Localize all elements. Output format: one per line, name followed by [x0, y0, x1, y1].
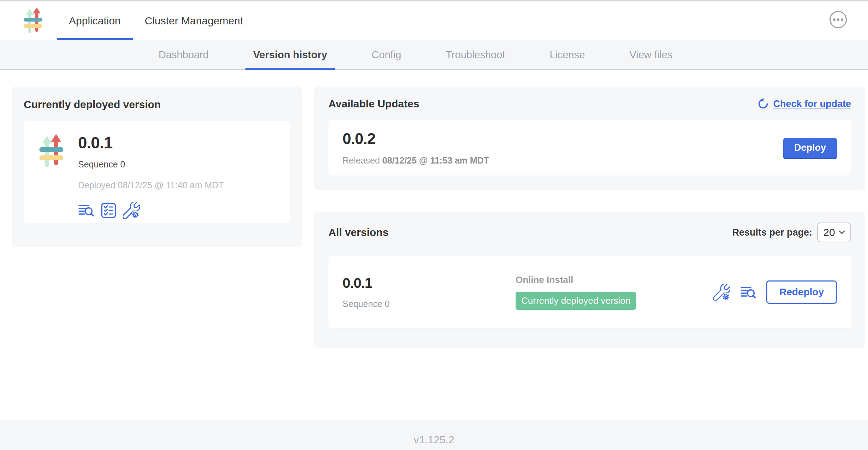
results-per-page-select[interactable]: 20 [817, 223, 851, 242]
tab-application-label: Application [69, 15, 121, 27]
row-sequence: Sequence 0 [343, 299, 516, 309]
tab-cluster-management[interactable]: Cluster Management [133, 1, 255, 40]
app-header: Application Cluster Management [0, 1, 868, 40]
deployed-timestamp: Deployed 08/12/25 @ 11:40 am MDT [78, 180, 224, 190]
app-subnav: Dashboard Version history Config Trouble… [0, 40, 868, 70]
edit-config-button[interactable] [123, 202, 140, 219]
checklist-icon [101, 202, 117, 218]
active-tab-underline [57, 38, 133, 40]
currently-deployed-card: Currently deployed version 0.0.1 Sequenc… [12, 87, 302, 247]
overflow-menu-button[interactable] [830, 11, 847, 28]
subnav-config-label: Config [371, 49, 401, 61]
tab-cluster-management-label: Cluster Management [145, 15, 243, 27]
deploy-button[interactable]: Deploy [783, 138, 837, 158]
subnav-tab-config[interactable]: Config [364, 40, 409, 69]
update-info: 0.0.2 Released 08/12/25 @ 11:53 am MDT [343, 130, 489, 166]
page-footer: v1.125.2 [0, 420, 868, 450]
version-row: 0.0.1 Sequence 0 Online Install Currentl… [328, 256, 851, 328]
wrench-gear-icon [123, 202, 140, 219]
subnav-troubleshoot-label: Troubleshoot [446, 49, 505, 61]
header-tabs: Application Cluster Management [57, 1, 255, 40]
available-updates-card: Available Updates Check for update 0.0.2… [314, 87, 865, 190]
subnav-license-label: License [549, 49, 585, 61]
results-per-page-label: Results per page: [732, 227, 812, 238]
all-versions-title: All versions [328, 226, 388, 238]
log-search-icon [78, 202, 94, 218]
deployed-sequence: Sequence 0 [78, 159, 224, 170]
app-logo-icon [22, 7, 44, 34]
currently-deployed-title: Currently deployed version [24, 99, 290, 111]
subnav-tab-dashboard[interactable]: Dashboard [151, 40, 216, 69]
currently-deployed-badge: Currently deployed version [516, 292, 636, 310]
tab-application[interactable]: Application [57, 1, 133, 40]
wrench-gear-icon [713, 284, 730, 301]
released-prefix: Released [343, 155, 382, 165]
subnav-tab-view-files[interactable]: View files [622, 40, 680, 69]
log-search-icon [740, 284, 756, 300]
deployed-version-number: 0.0.1 [78, 133, 224, 152]
update-released-timestamp: Released 08/12/25 @ 11:53 am MDT [343, 155, 489, 166]
version-row-status: Online Install Currently deployed versio… [516, 274, 636, 310]
install-type-label: Online Install [516, 274, 636, 285]
app-logo [22, 7, 44, 34]
check-for-update-link[interactable]: Check for update [757, 98, 851, 109]
row-version-number: 0.0.1 [343, 275, 516, 291]
subnav-tab-troubleshoot[interactable]: Troubleshoot [438, 40, 513, 69]
available-updates-header: Available Updates Check for update [328, 98, 851, 110]
deployed-version-panel: 0.0.1 Sequence 0 Deployed 08/12/25 @ 11:… [24, 121, 290, 223]
results-per-page-value: 20 [823, 226, 835, 238]
all-versions-card: All versions Results per page: 20 0.0.1 … [314, 212, 865, 348]
refresh-icon [757, 98, 769, 109]
update-version-number: 0.0.2 [343, 130, 489, 148]
app-logo-icon [37, 134, 66, 168]
subnav-tab-license[interactable]: License [542, 40, 593, 69]
available-updates-title: Available Updates [328, 98, 419, 110]
deployed-version-info: 0.0.1 Sequence 0 Deployed 08/12/25 @ 11:… [78, 133, 224, 211]
console-version: v1.125.2 [414, 434, 454, 445]
view-logs-button[interactable] [740, 284, 756, 300]
preflight-checks-button[interactable] [101, 202, 117, 218]
all-versions-header: All versions Results per page: 20 [328, 223, 851, 242]
results-per-page: Results per page: 20 [732, 223, 851, 242]
update-row: 0.0.2 Released 08/12/25 @ 11:53 am MDT D… [328, 120, 851, 176]
deployed-actions [78, 202, 224, 219]
edit-config-button[interactable] [713, 284, 730, 301]
subnav-dashboard-label: Dashboard [159, 49, 209, 61]
ellipsis-icon [833, 18, 836, 21]
version-row-actions: Redeploy [713, 280, 837, 304]
active-subnav-underline [245, 68, 335, 70]
chevron-down-icon [839, 230, 845, 235]
check-for-update-label: Check for update [773, 99, 851, 109]
subnav-tab-version-history[interactable]: Version history [245, 40, 335, 69]
released-date: 08/12/25 @ 11:53 am MDT [382, 155, 489, 165]
view-logs-button[interactable] [78, 202, 94, 218]
subnav-version-history-label: Version history [253, 49, 327, 61]
subnav-view-files-label: View files [629, 49, 672, 61]
redeploy-button[interactable]: Redeploy [766, 280, 837, 304]
version-row-info: 0.0.1 Sequence 0 [343, 275, 516, 309]
app-logo [37, 134, 66, 211]
